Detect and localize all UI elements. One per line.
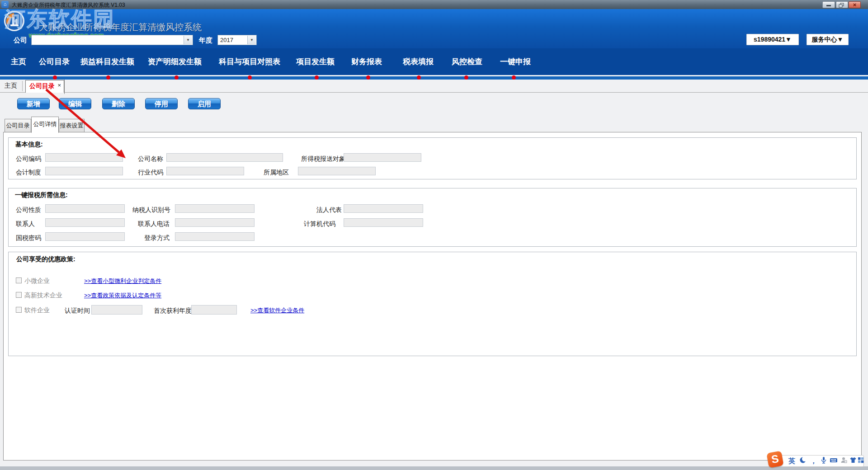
company-select-label: 公司 xyxy=(14,36,27,45)
close-icon: × xyxy=(849,1,860,8)
company-name-label: 公司名称 xyxy=(138,155,163,163)
high-tech-label: 高新技术企业 xyxy=(24,291,62,300)
moon-icon[interactable] xyxy=(799,456,807,465)
accounting-system-input[interactable] xyxy=(45,167,123,175)
edit-button[interactable]: 编辑 xyxy=(59,98,91,109)
first-profit-year-input[interactable] xyxy=(191,305,237,315)
login-method-input[interactable] xyxy=(175,232,255,241)
nav-indicator-dot xyxy=(175,75,179,80)
tshirt-skin-icon[interactable] xyxy=(849,456,857,465)
document-tab-bar: 主页 公司目录 × xyxy=(0,80,868,93)
nav-item-tax-filing[interactable]: 税表填报 xyxy=(403,48,434,75)
company-nature-input[interactable] xyxy=(45,204,125,213)
chevron-down-icon[interactable]: ▼ xyxy=(247,36,256,44)
company-name-input[interactable] xyxy=(166,153,283,162)
app-window-icon: ⌂ xyxy=(1,1,9,8)
first-profit-year-label: 首次获利年度 xyxy=(154,306,192,315)
nav-indicator-dot xyxy=(417,75,421,80)
sogou-logo-icon[interactable]: S xyxy=(766,451,783,468)
punctuation-icon[interactable]: ， xyxy=(810,457,817,465)
subtab-company-detail[interactable]: 公司详情 xyxy=(31,117,59,133)
taxpayer-id-input[interactable] xyxy=(175,204,255,213)
contact-label: 联系人 xyxy=(16,220,35,228)
income-tax-target-input[interactable] xyxy=(344,153,421,162)
cert-time-input[interactable] xyxy=(91,305,142,315)
tab-close-icon[interactable]: × xyxy=(57,82,61,89)
add-button[interactable]: 新增 xyxy=(17,98,50,109)
enable-button[interactable]: 启用 xyxy=(188,98,221,109)
software-checkbox[interactable] xyxy=(16,307,22,313)
contact-phone-input[interactable] xyxy=(175,218,255,227)
nav-item-one-click[interactable]: 一键申报 xyxy=(500,48,531,75)
year-select-label: 年度 xyxy=(199,36,212,45)
nav-indicator-dot xyxy=(106,75,110,80)
company-select[interactable]: ▼ xyxy=(31,35,193,45)
contact-phone-label: 联系人电话 xyxy=(138,220,170,228)
nav-item-profit-loss[interactable]: 损益科目发生额 xyxy=(80,48,134,75)
legal-rep-input[interactable] xyxy=(344,204,423,213)
basic-info-group: 基本信息: 公司编码 公司名称 所得税报送对象 会计制度 行业代码 所属地区 xyxy=(8,137,857,179)
nav-indicator-dot xyxy=(53,75,57,80)
basic-info-title: 基本信息: xyxy=(15,141,43,149)
company-detail-panel: 基本信息: 公司编码 公司名称 所得税报送对象 会计制度 行业代码 所属地区 一… xyxy=(3,132,862,461)
chevron-down-icon[interactable]: ▼ xyxy=(184,36,192,44)
small-micro-checkbox[interactable] xyxy=(16,277,22,283)
app-header: 大账房企业所得税年度汇算清缴风控系统 www.dazhangfang.com 公… xyxy=(0,9,868,48)
company-code-input[interactable] xyxy=(45,153,123,162)
nav-item-asset-detail[interactable]: 资产明细发生额 xyxy=(148,48,202,75)
restore-button[interactable] xyxy=(836,1,848,8)
ime-language-icon[interactable]: 英 xyxy=(788,457,795,465)
nav-item-subject-map[interactable]: 科目与项目对照表 xyxy=(219,48,280,75)
person-icon[interactable] xyxy=(840,456,847,465)
nav-item-company-list[interactable]: 公司目录 xyxy=(39,48,70,75)
disable-button[interactable]: 停用 xyxy=(145,98,178,109)
nav-item-home[interactable]: 主页 xyxy=(11,48,26,75)
company-nature-label: 公司性质 xyxy=(16,206,41,214)
high-tech-criteria-link[interactable]: >>查看政策依据及认定条件等 xyxy=(84,291,161,300)
small-micro-criteria-link[interactable]: >>查看小型微利企业判定条件 xyxy=(84,277,161,285)
nav-indicator-dot xyxy=(366,75,370,80)
login-method-label: 登录方式 xyxy=(144,234,170,242)
account-menu-button[interactable]: s19890421▼ xyxy=(746,34,799,45)
minimize-icon xyxy=(826,5,831,6)
company-logo xyxy=(4,11,24,31)
tab-divider xyxy=(64,80,65,94)
nav-indicator-dot xyxy=(464,75,468,80)
delete-button[interactable]: 删除 xyxy=(102,98,135,109)
high-tech-checkbox[interactable] xyxy=(16,292,22,298)
tab-company-list-active[interactable]: 公司目录 × xyxy=(25,80,64,93)
year-select-value: 2017 xyxy=(220,37,233,43)
year-select[interactable]: 2017 ▼ xyxy=(217,35,257,45)
legal-rep-label: 法人代表 xyxy=(316,206,342,214)
tax-info-title: 一键报税所需信息: xyxy=(15,191,68,199)
nav-item-finance-report[interactable]: 财务报表 xyxy=(351,48,382,75)
service-center-button[interactable]: 服务中心▼ xyxy=(807,34,849,45)
close-button[interactable]: × xyxy=(849,1,861,8)
nav-item-project-amount[interactable]: 项目发生额 xyxy=(296,48,335,75)
minimize-button[interactable] xyxy=(822,1,835,8)
menu-grid-icon[interactable] xyxy=(857,456,864,465)
industry-code-label: 行业代码 xyxy=(138,168,163,177)
subtab-report-settings[interactable]: 报表设置 xyxy=(59,119,85,132)
window-titlebar: ⌂ 大账房企业所得税年度汇算清缴风控系统 V1.03 × xyxy=(0,0,868,9)
window-title: 大账房企业所得税年度汇算清缴风控系统 V1.03 xyxy=(12,1,125,9)
software-label: 软件企业 xyxy=(24,306,50,315)
tab-home[interactable]: 主页 xyxy=(5,82,17,90)
computer-code-label: 计算机代码 xyxy=(304,220,335,228)
tax-password-input[interactable] xyxy=(45,232,125,241)
window-bottom-edge xyxy=(0,466,868,470)
contact-input[interactable] xyxy=(45,218,125,227)
keyboard-icon[interactable] xyxy=(830,456,838,465)
industry-code-input[interactable] xyxy=(166,167,244,175)
taxpayer-id-label: 纳税人识别号 xyxy=(132,206,170,214)
policy-group: 公司享受的优惠政策: 小微企业 >>查看小型微利企业判定条件 高新技术企业 >>… xyxy=(8,252,857,356)
computer-code-input[interactable] xyxy=(344,218,423,227)
nav-item-risk-check[interactable]: 风控检查 xyxy=(452,48,482,75)
nav-indicator-dot xyxy=(512,75,516,80)
main-nav: 主页 公司目录 损益科目发生额 资产明细发生额 科目与项目对照表 项目发生额 财… xyxy=(0,48,868,75)
subtab-company-list[interactable]: 公司目录 xyxy=(5,119,31,132)
software-criteria-link[interactable]: >>查看软件企业条件 xyxy=(250,306,304,315)
microphone-icon[interactable] xyxy=(820,456,827,465)
region-input[interactable] xyxy=(298,167,376,175)
restore-icon xyxy=(836,2,848,8)
